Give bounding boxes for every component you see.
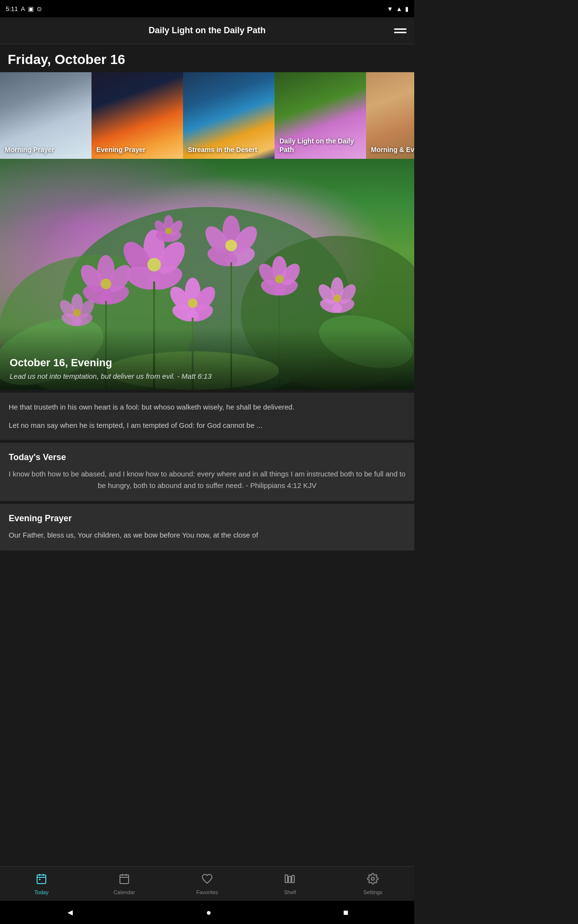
- menu-button[interactable]: [394, 28, 407, 33]
- nav-label-shelf: Shelf: [284, 889, 296, 895]
- nav-item-shelf[interactable]: Shelf: [249, 869, 331, 899]
- system-nav: ◄ ● ■: [0, 901, 414, 924]
- hero-date-title: October 16, Evening: [10, 357, 405, 369]
- card-evening-prayer[interactable]: Evening Prayer: [92, 72, 183, 159]
- card-morning-prayer[interactable]: Morning Prayer: [0, 72, 92, 159]
- nav-item-calendar[interactable]: Calendar: [83, 869, 166, 899]
- hero-section: October 16, Evening Lead us not into tem…: [0, 159, 414, 390]
- nav-label-today: Today: [34, 889, 48, 895]
- card-daily-light[interactable]: Daily Light on the Daily Path: [275, 72, 366, 159]
- svg-rect-64: [120, 875, 129, 884]
- todays-verse-card: Today's Verse I know both how to be abas…: [0, 443, 414, 501]
- battery-icon: ▮: [405, 5, 408, 13]
- nav-label-calendar: Calendar: [114, 889, 135, 895]
- favorites-icon: [201, 873, 213, 887]
- shelf-icon: [284, 873, 296, 887]
- recent-button[interactable]: ■: [343, 908, 348, 918]
- svg-rect-68: [285, 875, 288, 883]
- cards-scroll: Morning Prayer Evening Prayer Streams in…: [0, 72, 414, 159]
- todays-verse-body: I know both how to be abased, and I know…: [9, 468, 406, 491]
- evening-prayer-preview: Our Father, bless us, Your children, as …: [9, 529, 406, 541]
- today-icon: [36, 873, 47, 887]
- svg-point-71: [371, 877, 374, 880]
- status-time: 5:11: [6, 5, 18, 13]
- wifi-icon: ▼: [387, 5, 393, 13]
- card-streams[interactable]: Streams in the Desert: [183, 72, 275, 159]
- bottom-nav: Today Calendar Favorites: [0, 866, 414, 901]
- svg-rect-59: [37, 875, 46, 884]
- at-icon: ⊙: [37, 5, 42, 13]
- card-morning2[interactable]: Morning & Evening: [366, 72, 414, 159]
- card-label-morning: Morning Prayer: [5, 145, 87, 154]
- settings-icon: [367, 873, 379, 887]
- nav-item-today[interactable]: Today: [0, 869, 83, 899]
- date-heading: Friday, October 16: [0, 44, 414, 72]
- nav-item-favorites[interactable]: Favorites: [166, 869, 249, 899]
- card-label-streams: Streams in the Desert: [188, 145, 270, 154]
- home-button[interactable]: ●: [206, 908, 211, 918]
- evening-prayer-title: Evening Prayer: [9, 513, 406, 524]
- status-bar: 5:11 A ▣ ⊙ ▼ ▲ ▮: [0, 0, 414, 17]
- nav-item-settings[interactable]: Settings: [331, 869, 414, 899]
- content-paragraph-2: Let no man say when he is tempted, I am …: [9, 420, 406, 431]
- calendar-icon: [118, 873, 130, 887]
- app-header: Daily Light on the Daily Path: [0, 17, 414, 44]
- nav-label-settings: Settings: [363, 889, 382, 895]
- svg-rect-63: [39, 879, 40, 880]
- svg-rect-69: [289, 876, 291, 883]
- card-label-evening: Evening Prayer: [96, 145, 178, 154]
- hero-verse: Lead us not into temptation, but deliver…: [10, 372, 405, 380]
- notification-a-icon: A: [21, 5, 25, 13]
- todays-verse-title: Today's Verse: [9, 452, 406, 462]
- sim-icon: ▣: [28, 5, 34, 13]
- hero-text-overlay: October 16, Evening Lead us not into tem…: [0, 328, 414, 390]
- nav-label-favorites: Favorites: [196, 889, 218, 895]
- app-header-title: Daily Light on the Daily Path: [148, 26, 265, 36]
- signal-icon: ▲: [396, 5, 402, 13]
- card-label-daily-light: Daily Light on the Daily Path: [279, 137, 361, 154]
- evening-prayer-card: Evening Prayer Our Father, bless us, You…: [0, 504, 414, 551]
- svg-rect-70: [292, 875, 294, 883]
- back-button[interactable]: ◄: [66, 908, 75, 918]
- content-section-main: He that trusteth in his own heart is a f…: [0, 393, 414, 440]
- content-paragraph-1: He that trusteth in his own heart is a f…: [9, 401, 406, 413]
- card-label-morning2: Morning & Evening: [371, 145, 414, 154]
